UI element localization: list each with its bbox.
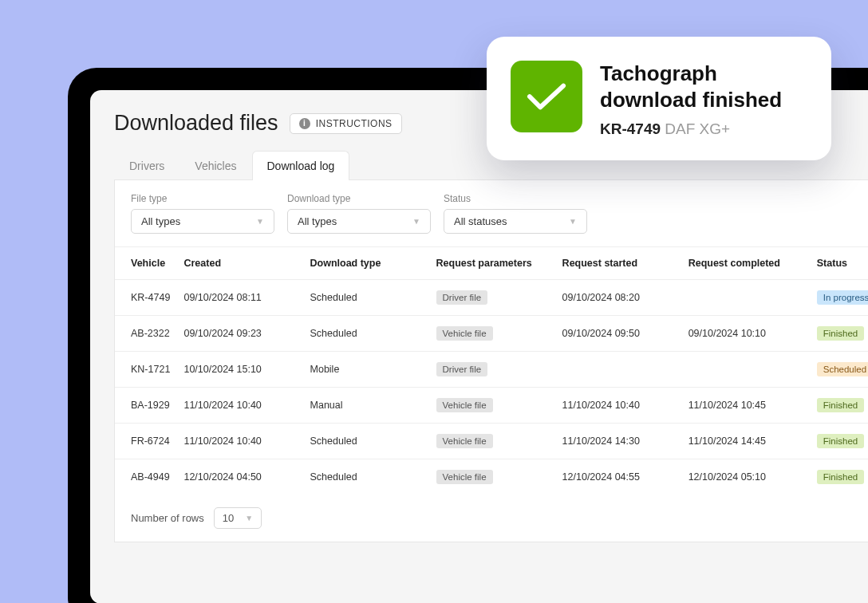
filter-label: File type (131, 193, 274, 204)
cell-created: 09/10/2024 08:11 (176, 280, 302, 316)
table-row[interactable]: AB-232209/10/2024 09:23ScheduledVehicle … (115, 316, 868, 352)
cell-status: In progress (809, 280, 868, 316)
chevron-down-icon: ▼ (569, 217, 577, 226)
params-chip: Vehicle file (436, 398, 493, 412)
toast-plate: KR-4749 (600, 120, 661, 137)
toast-title: Tachograph download finished (600, 61, 807, 112)
status-badge: Finished (817, 470, 864, 484)
toast-notification: Tachograph download finished KR-4749 DAF… (487, 37, 831, 160)
cell-download-type: Scheduled (302, 280, 428, 316)
cell-status: Scheduled (809, 352, 868, 388)
download-log-table: Vehicle Created Download type Request pa… (115, 246, 868, 495)
status-badge: In progress (817, 290, 868, 305)
filter-download-type: Download type All types ▼ (287, 193, 431, 234)
cell-created: 10/10/2024 15:10 (176, 352, 302, 388)
cell-request-completed (681, 352, 809, 388)
chevron-down-icon: ▼ (256, 217, 264, 226)
cell-request-started: 12/10/2024 04:55 (554, 459, 681, 495)
cell-vehicle: AB-4949 (115, 459, 176, 495)
col-vehicle: Vehicle (115, 247, 176, 280)
cell-request-completed: 12/10/2024 05:10 (681, 459, 809, 495)
col-download-type: Download type (302, 247, 428, 280)
cell-request-completed: 11/10/2024 10:45 (681, 388, 809, 424)
status-select[interactable]: All statuses ▼ (444, 209, 587, 234)
tab-vehicles[interactable]: Vehicles (180, 151, 251, 180)
status-badge: Finished (817, 326, 864, 341)
rows-per-page-select[interactable]: 10 ▼ (214, 507, 262, 529)
cell-request-params: Driver file (428, 352, 554, 388)
cell-created: 11/10/2024 10:40 (176, 424, 302, 459)
cell-created: 11/10/2024 10:40 (176, 388, 302, 424)
col-request-completed: Request completed (681, 247, 809, 280)
info-icon: i (299, 118, 310, 129)
cell-request-params: Vehicle file (428, 424, 554, 459)
cell-request-completed: 09/10/2024 10:10 (681, 316, 809, 352)
cell-download-type: Scheduled (302, 459, 428, 495)
chevron-down-icon: ▼ (245, 514, 253, 522)
instructions-label: INSTRUCTIONS (316, 118, 393, 129)
table-header-row: Vehicle Created Download type Request pa… (115, 247, 868, 280)
status-badge: Scheduled (817, 362, 868, 376)
cell-vehicle: KN-1721 (115, 352, 176, 388)
cell-request-started: 09/10/2024 09:50 (554, 316, 681, 352)
cell-download-type: Scheduled (302, 424, 428, 459)
page-title: Downloaded files (114, 111, 278, 136)
params-chip: Vehicle file (436, 470, 493, 484)
col-request-params: Request parameters (428, 247, 554, 280)
filters-row: File type All types ▼ Download type All … (115, 180, 868, 246)
cell-request-completed: 11/10/2024 14:45 (681, 424, 809, 459)
filter-label: Status (444, 193, 587, 204)
toast-vehicle: DAF XG+ (665, 120, 730, 137)
filter-label: Download type (287, 193, 431, 204)
cell-status: Finished (809, 388, 868, 424)
tab-download-log[interactable]: Download log (252, 151, 350, 180)
download-log-panel: File type All types ▼ Download type All … (114, 180, 868, 542)
file-type-select[interactable]: All types ▼ (131, 209, 274, 234)
filter-file-type: File type All types ▼ (131, 193, 274, 234)
toast-body: Tachograph download finished KR-4749 DAF… (600, 61, 807, 138)
col-created: Created (176, 247, 302, 280)
table-row[interactable]: BA-192911/10/2024 10:40ManualVehicle fil… (115, 388, 868, 424)
cell-request-params: Vehicle file (428, 388, 554, 424)
cell-status: Finished (809, 424, 868, 459)
cell-request-started: 11/10/2024 14:30 (554, 424, 681, 459)
cell-download-type: Manual (302, 388, 428, 424)
cell-request-params: Vehicle file (428, 459, 554, 495)
success-icon (511, 61, 582, 132)
chevron-down-icon: ▼ (412, 217, 420, 226)
table-row[interactable]: KR-474909/10/2024 08:11ScheduledDriver f… (115, 280, 868, 316)
col-request-started: Request started (554, 247, 681, 280)
cell-download-type: Mobile (302, 352, 428, 388)
cell-created: 09/10/2024 09:23 (176, 316, 302, 352)
table-row[interactable]: KN-172110/10/2024 15:10MobileDriver file… (115, 352, 868, 388)
app-screen: Downloaded files i INSTRUCTIONS DOWNLOAD… (90, 90, 868, 603)
tab-drivers[interactable]: Drivers (114, 151, 180, 180)
cell-status: Finished (809, 459, 868, 495)
cell-request-completed (681, 280, 809, 316)
params-chip: Driver file (436, 290, 488, 305)
status-badge: Finished (817, 398, 864, 412)
download-type-select[interactable]: All types ▼ (287, 209, 431, 234)
params-chip: Vehicle file (436, 434, 493, 448)
cell-request-started: 09/10/2024 08:20 (554, 280, 681, 316)
cell-request-params: Driver file (428, 280, 554, 316)
rows-label: Number of rows (131, 512, 204, 524)
params-chip: Driver file (436, 362, 488, 376)
cell-vehicle: FR-6724 (115, 424, 176, 459)
table-row[interactable]: FR-672411/10/2024 10:40ScheduledVehicle … (115, 424, 868, 459)
cell-status: Finished (809, 316, 868, 352)
cell-request-params: Vehicle file (428, 316, 554, 352)
instructions-button[interactable]: i INSTRUCTIONS (290, 113, 402, 134)
toast-subtitle: KR-4749 DAF XG+ (600, 120, 807, 138)
status-badge: Finished (817, 434, 864, 448)
cell-vehicle: KR-4749 (115, 280, 176, 316)
filter-status: Status All statuses ▼ (444, 193, 587, 234)
table-footer: Number of rows 10 ▼ (115, 495, 868, 542)
col-status: Status (809, 247, 868, 280)
cell-created: 12/10/2024 04:50 (176, 459, 302, 495)
table-row[interactable]: AB-494912/10/2024 04:50ScheduledVehicle … (115, 459, 868, 495)
cell-request-started (554, 352, 681, 388)
cell-vehicle: AB-2322 (115, 316, 176, 352)
cell-vehicle: BA-1929 (115, 388, 176, 424)
cell-download-type: Scheduled (302, 316, 428, 352)
